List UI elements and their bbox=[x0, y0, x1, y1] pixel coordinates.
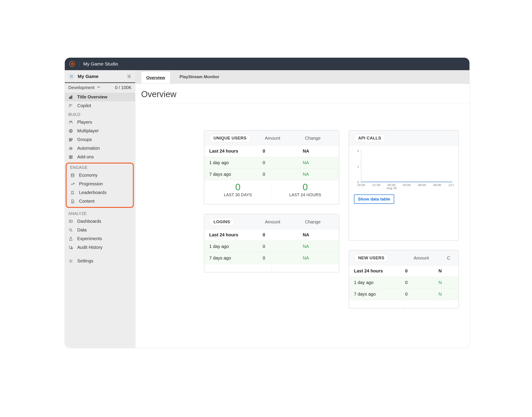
card-title-pill: API CALLS bbox=[354, 134, 385, 142]
main-area: Overview PlayStream Monitor Overview UNI… bbox=[135, 70, 470, 348]
svg-text:03:00: 03:00 bbox=[403, 183, 411, 187]
svg-text:09:00: 09:00 bbox=[433, 183, 441, 187]
copilot-icon bbox=[68, 103, 73, 108]
col-header-amount: Amount bbox=[414, 256, 447, 261]
svg-text:21:00: 21:00 bbox=[372, 183, 381, 187]
sidebar-item-label: Copilot bbox=[77, 103, 91, 108]
table-row: Last 24 hours0NA bbox=[204, 229, 339, 241]
sidebar-item-leaderboards[interactable]: Leaderboards bbox=[67, 188, 133, 197]
svg-point-10 bbox=[70, 104, 71, 106]
svg-text:Aug 28: Aug 28 bbox=[386, 187, 396, 189]
sidebar-section-build: BUILD bbox=[65, 110, 135, 118]
sidebar-item-groups[interactable]: Groups bbox=[65, 135, 135, 144]
grid-icon bbox=[68, 155, 73, 159]
sidebar-item-label: Leaderboards bbox=[79, 190, 106, 195]
file-icon bbox=[70, 199, 75, 204]
players-icon bbox=[68, 120, 73, 125]
page-title: Overview bbox=[141, 90, 470, 99]
card-logins: LOGINS Amount Change Last 24 hours0NA 1 … bbox=[204, 214, 339, 272]
svg-rect-21 bbox=[71, 156, 72, 157]
svg-point-12 bbox=[71, 121, 72, 122]
playfab-logo-icon bbox=[69, 61, 75, 67]
tab-playstream-monitor[interactable]: PlayStream Monitor bbox=[175, 70, 224, 83]
sidebar-item-title-overview[interactable]: Title Overview bbox=[65, 93, 135, 101]
svg-rect-20 bbox=[69, 156, 70, 157]
bookmark-icon bbox=[70, 190, 75, 195]
sidebar-item-data[interactable]: Data bbox=[65, 226, 135, 234]
database-icon bbox=[70, 173, 75, 178]
svg-rect-8 bbox=[70, 96, 71, 98]
tab-overview[interactable]: Overview bbox=[141, 72, 170, 83]
sidebar-item-label: Experiments bbox=[77, 236, 102, 241]
svg-rect-15 bbox=[69, 139, 72, 140]
svg-rect-22 bbox=[69, 157, 70, 158]
studio-name[interactable]: My Game Studio bbox=[83, 61, 118, 67]
game-title[interactable]: My Game bbox=[78, 74, 127, 79]
environment-label: Development bbox=[68, 85, 95, 90]
show-data-table-button[interactable]: Show data table bbox=[354, 195, 394, 204]
sidebar-item-content[interactable]: Content bbox=[67, 197, 133, 206]
svg-text:00:00: 00:00 bbox=[388, 183, 396, 187]
sidebar-nav: Title Overview Copilot BUILD Players Mul… bbox=[65, 93, 135, 348]
tab-label: Overview bbox=[146, 75, 165, 80]
sidebar-item-addons[interactable]: Add-ons bbox=[65, 153, 135, 161]
sidebar-item-dashboards[interactable]: Dashboards bbox=[65, 217, 135, 226]
card-api-calls: API CALLS 01218:0021:0000:0003:0006:0009… bbox=[349, 130, 459, 240]
search-icon bbox=[68, 228, 73, 233]
gear-icon[interactable] bbox=[127, 74, 131, 79]
sidebar-item-players[interactable]: Players bbox=[65, 118, 135, 126]
sidebar-title-row: My Game bbox=[65, 70, 135, 82]
svg-rect-14 bbox=[69, 138, 72, 139]
api-calls-chart: 01218:0021:0000:0003:0006:0009:0012:00Au… bbox=[349, 146, 459, 208]
svg-point-24 bbox=[71, 174, 74, 175]
svg-rect-7 bbox=[69, 97, 70, 99]
sidebar-item-automation[interactable]: Automation bbox=[65, 144, 135, 153]
summary-last-30: 0 LAST 30 DAYS bbox=[204, 182, 271, 197]
sidebar-item-copilot[interactable]: Copilot bbox=[65, 101, 135, 110]
stack-icon bbox=[68, 137, 73, 142]
table-unique-users: Last 24 hours0NA 1 day ago0NA 7 days ago… bbox=[204, 146, 339, 180]
svg-point-29 bbox=[70, 261, 71, 261]
sidebar-item-progression[interactable]: Progression bbox=[67, 179, 133, 188]
table-row: 1 day ago0NA bbox=[204, 241, 339, 252]
svg-text:18:00: 18:00 bbox=[357, 183, 365, 187]
page-content: Overview UNIQUE USERS Amount Change bbox=[135, 84, 470, 348]
sidebar-item-label: Groups bbox=[77, 137, 92, 142]
svg-point-18 bbox=[70, 148, 70, 149]
svg-text:1: 1 bbox=[357, 165, 359, 168]
col-header-change: Change bbox=[305, 136, 334, 141]
sidebar-item-multiplayer[interactable]: Multiplayer bbox=[65, 126, 135, 135]
summary-divider bbox=[404, 301, 404, 308]
card-new-users: NEW USERS Amount C Last 24 hours0N 1 day… bbox=[349, 250, 459, 309]
table-row: 7 days ago0NA bbox=[204, 252, 339, 264]
svg-rect-5 bbox=[72, 77, 72, 78]
sidebar-item-audit-history[interactable]: Audit History bbox=[65, 243, 135, 252]
svg-rect-9 bbox=[71, 95, 72, 98]
table-row: Last 24 hours0N bbox=[349, 265, 459, 277]
svg-text:06:00: 06:00 bbox=[418, 183, 426, 187]
svg-rect-3 bbox=[72, 75, 72, 76]
sidebar-item-settings[interactable]: Settings bbox=[65, 257, 135, 265]
card-unique-users: UNIQUE USERS Amount Change Last 24 hours… bbox=[204, 130, 339, 205]
trending-up-icon bbox=[70, 182, 75, 187]
card-title-pill: NEW USERS bbox=[354, 254, 389, 262]
sidebar-item-label: Title Overview bbox=[77, 94, 107, 100]
tab-label: PlayStream Monitor bbox=[180, 74, 219, 79]
svg-text:12:00: 12:00 bbox=[448, 183, 454, 187]
table-logins: Last 24 hours0NA 1 day ago0NA 7 days ago… bbox=[204, 229, 339, 264]
robot-icon bbox=[68, 146, 73, 151]
bar-chart-icon bbox=[68, 95, 73, 100]
sidebar-item-experiments[interactable]: Experiments bbox=[65, 234, 135, 243]
sidebar-section-engage: ENGAGE bbox=[67, 164, 133, 171]
table-row: Last 24 hours0NA bbox=[204, 146, 339, 157]
engage-callout: ENGAGE Economy Progression Leaderboards bbox=[66, 163, 134, 208]
sidebar-item-economy[interactable]: Economy bbox=[67, 171, 133, 179]
environment-selector[interactable]: Development 0 / 100K bbox=[65, 82, 135, 93]
svg-point-26 bbox=[69, 229, 71, 231]
globe-icon bbox=[68, 128, 73, 134]
usage-counter: 0 / 100K bbox=[115, 85, 131, 90]
table-row: 7 days ago0NA bbox=[204, 169, 339, 180]
flask-icon bbox=[68, 236, 73, 241]
sidebar-item-label: Audit History bbox=[77, 245, 102, 250]
app-frame: My Game Studio My Game Development bbox=[65, 57, 470, 348]
